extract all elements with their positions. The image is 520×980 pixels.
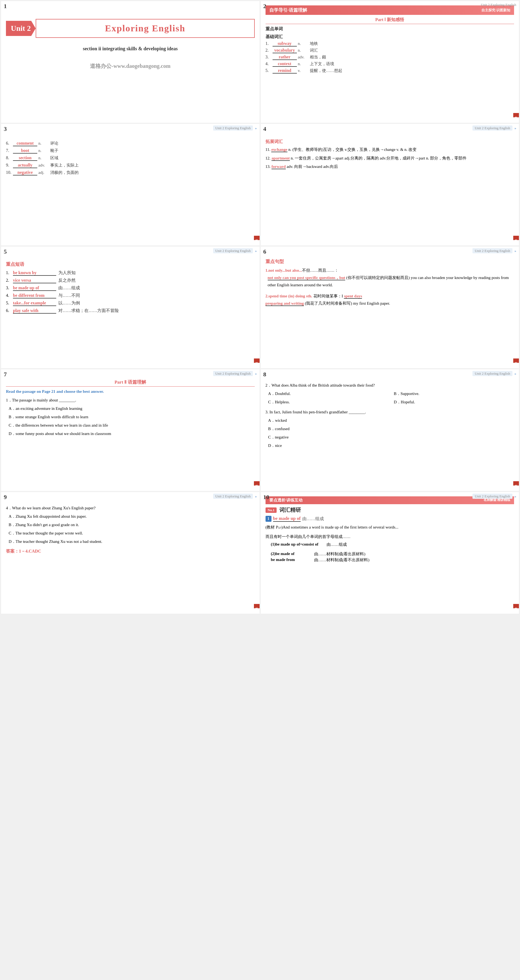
unit-title: Exploring English: [36, 19, 255, 38]
page-7-number: 7: [4, 371, 7, 378]
ext-word-12: 12. apartment n. 一套住房，公寓套房→apart adj.分离的…: [266, 155, 514, 162]
q2-opts-ab: A．Doubtful. B．Supportive.: [268, 390, 514, 398]
word-row-10: 10. negative adj. 消极的，负面的: [6, 170, 255, 175]
page-6-number: 6: [263, 248, 266, 255]
page-1-number: 1: [4, 3, 7, 10]
phrase-6: 6. play safe with 对……求稳；在……方面不冒险: [6, 308, 255, 313]
part-7-header: Part Ⅱ 语篇理解: [6, 379, 255, 387]
part-header: Part Ⅰ 新知感悟: [266, 17, 514, 24]
q3-opt-d: D．nice: [268, 442, 514, 449]
section-header-text: 自学导引·语篇理解: [270, 7, 307, 13]
page-7-unit-tag: Unit 2 Exploring English »: [213, 371, 257, 376]
q3-opt-a: A．wicked: [268, 417, 514, 424]
word-row-7: 7. boot n. 靴子: [6, 148, 255, 154]
no1-row: No.1 词汇精研: [266, 506, 514, 514]
sentence-1: 1.not only...but also...不但……而且……： not on…: [266, 267, 514, 289]
phrase-icon: 1: [266, 516, 271, 522]
word-row-5: 5. remind v. 提醒，使……想起: [266, 68, 514, 73]
q4-opt-a: A．Zhang Xu felt disappointed about his p…: [9, 513, 255, 520]
q1-opts: A．an exciting adventure in English learn…: [9, 405, 255, 412]
no1-badge: No.1: [266, 508, 277, 513]
unit-label: Unit 2: [11, 24, 31, 32]
page-9-unit-tag: Unit 2 Exploring English »: [213, 494, 257, 498]
page-8-unit-tag: Unit 2 Exploring English »: [472, 371, 516, 376]
sub-row-2a: (2)be made of 由……材料制成(看出原材料): [271, 552, 514, 557]
section-title: 重点单词: [266, 26, 514, 32]
ext-word-11: 11. exchange n. (学生、教师等的)互访，交换 v.交换，互换，兑…: [266, 146, 514, 153]
sub-table-10: (1)be made up of=consist of 由……组成 (2)be …: [271, 542, 514, 563]
q3-opt-b: B．confused: [268, 425, 514, 433]
page-2: 2 Unit 2 Exploring English 自学导引·语篇理解 自主探…: [261, 1, 519, 123]
page-9-number: 9: [4, 494, 7, 501]
q1-opts-d: D．some funny posts about what we should …: [9, 430, 255, 438]
corner-tag-8: 栏目导引: [513, 481, 519, 485]
sentence-2: 2.spend time (in) doing sth. 花时间做某事：I sp…: [266, 293, 514, 307]
page-4: 4 Unit 2 Exploring English » 拓展词汇 11. ex…: [261, 124, 519, 245]
phrase-5: 5. take...for example 以……为例: [6, 300, 255, 306]
sub-row-2b: be made from 由……材料制成(看不出原材料): [271, 557, 514, 563]
answer-line: 答案：1－4.CADC: [6, 549, 255, 554]
corner-tag-3: 栏目导引: [254, 236, 260, 240]
subtitle: section ii integrating skills & developi…: [6, 46, 255, 52]
page-1: 1 Unit 2 Exploring English section ii in…: [1, 1, 260, 123]
page-10-number: 10: [263, 494, 270, 501]
phrase-4: 4. be different from 与……不同: [6, 293, 255, 299]
page-4-unit-tag: Unit 2 Exploring English »: [472, 126, 516, 130]
q4-opt-c: C．The teacher thought the paper wrote we…: [9, 530, 255, 537]
q4-opt-b: B．Zhang Xu didn't get a good grade on it…: [9, 521, 255, 528]
q1-opts-c: C．the differences between what we learn …: [9, 422, 255, 429]
corner-tag-5: 栏目导引: [254, 358, 260, 363]
sentences-title: 重点句型: [266, 258, 514, 265]
q2-opts-cd: C．Helpless. D．Hopeful.: [268, 398, 514, 406]
word-row-9: 9. actually adv. 事实上，实际上: [6, 163, 255, 168]
phrase-row-10: 1 be made up of 由……组成: [266, 516, 514, 522]
corner-tag-7: 栏目导引: [254, 481, 260, 485]
ext-title: 拓展词汇: [266, 139, 514, 145]
word-row-1: 1. subway n. 地铁: [266, 41, 514, 46]
page-5: 5 Unit 2 Exploring English » 重点短语 1. be …: [1, 247, 260, 368]
page-5-unit-tag: Unit 2 Exploring English »: [213, 248, 257, 253]
body2: 而且有时一个单词由几个单词的首字母组成……: [266, 533, 514, 541]
page-3-unit-tag: Unit 2 Exploring English »: [213, 126, 257, 130]
phrase-3: 3. be made up of 由……组成: [6, 285, 255, 291]
word-row-2: 2. vocabulary n. 词汇: [266, 48, 514, 53]
section-header: 自学导引·语篇理解 自主探究·识图新知: [266, 5, 514, 15]
page-10-unit-tag: Unit 2 Exploring English »: [472, 494, 516, 498]
phrases-title: 重点短语: [6, 261, 255, 267]
q1: 1．The passage is mainly about ________. …: [6, 396, 255, 438]
page-3: 3 Unit 2 Exploring English » 6. comment …: [1, 124, 260, 245]
watermark: 道格办公-www.daogebangong.com: [6, 62, 255, 70]
category: 基础词汇: [266, 34, 514, 40]
corner-tag-6: 栏目导引: [513, 358, 519, 363]
q1-opts-b: B．some strange English words difficult t…: [9, 414, 255, 421]
word-row-8: 8. section n. 区域: [6, 156, 255, 161]
page-8-number: 8: [263, 371, 266, 378]
unit-banner: Unit 2 Exploring English: [6, 19, 255, 38]
q2: 2．What does Alba think of the British at…: [266, 382, 514, 406]
q4-opt-d: D．The teacher thought Zhang Xu was not a…: [9, 538, 255, 545]
page-8: 8 Unit 2 Exploring English » 2．What does…: [261, 369, 519, 491]
word-row-4: 4. context n. 上下文，语境: [266, 61, 514, 67]
page-2-unit-tag: Unit 2 Exploring English: [481, 3, 516, 7]
corner-tag-10: 栏目导引: [513, 604, 519, 608]
sub-row-1: (1)be made up of=consist of 由……组成: [271, 542, 514, 547]
page-7: 7 Unit 2 Exploring English » Part Ⅱ 语篇理解…: [1, 369, 260, 491]
corner-tag-2: 栏目导引: [513, 113, 519, 117]
body1: (教材 P₁₇)And sometimes a word is made up …: [266, 523, 514, 531]
word-row-3: 3. rather adv. 相当，颇: [266, 55, 514, 60]
instruction-7: Read the passage on Page 21 and choose t…: [6, 389, 255, 394]
corner-tag-9: 栏目导引: [254, 604, 260, 608]
q3-opt-c: C．negative: [268, 434, 514, 441]
q4: 4．What do we learn about Zhang Xu's Engl…: [6, 504, 255, 545]
unit-arrow: Unit 2: [6, 21, 36, 36]
phrase-en-10: be made up of: [273, 516, 301, 522]
page-5-number: 5: [4, 248, 7, 255]
phrase-2: 2. vice versa 反之亦然: [6, 278, 255, 283]
phrase-1: 1. be known by 为人所知: [6, 270, 255, 276]
phrase-cn-10: 由……组成: [302, 516, 324, 522]
page-10: 10 Unit 2 Exploring English » 要点透析·讲练互动 …: [261, 492, 519, 614]
corner-tag-4: 栏目导引: [513, 236, 519, 240]
word-row-6: 6. comment n. 评论: [6, 141, 255, 146]
page-6: 6 Unit 2 Exploring English » 重点句型 1.not …: [261, 247, 519, 368]
page-9: 9 Unit 2 Exploring English » 4．What do w…: [1, 492, 260, 614]
